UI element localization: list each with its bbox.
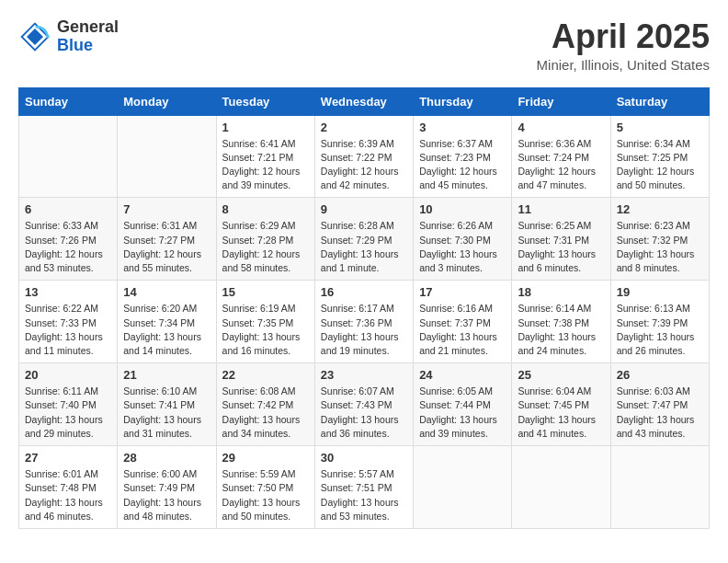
- day-number: 1: [222, 121, 309, 134]
- day-number: 8: [222, 202, 309, 216]
- calendar-cell: [19, 115, 118, 198]
- calendar-cell: 19Sunrise: 6:13 AM Sunset: 7:39 PM Dayli…: [610, 281, 709, 363]
- calendar-cell: 12Sunrise: 6:23 AM Sunset: 7:32 PM Dayli…: [610, 198, 709, 281]
- calendar-cell: 11Sunrise: 6:25 AM Sunset: 7:31 PM Dayli…: [512, 198, 610, 281]
- day-info: Sunrise: 6:22 AM Sunset: 7:33 PM Dayligh…: [25, 302, 111, 358]
- day-number: 13: [25, 285, 111, 299]
- day-number: 11: [518, 202, 604, 216]
- day-info: Sunrise: 6:16 AM Sunset: 7:37 PM Dayligh…: [419, 302, 506, 358]
- day-number: 28: [123, 451, 210, 465]
- location: Minier, Illinois, United States: [537, 57, 710, 73]
- day-info: Sunrise: 6:05 AM Sunset: 7:44 PM Dayligh…: [419, 385, 506, 441]
- calendar-week-4: 20Sunrise: 6:11 AM Sunset: 7:40 PM Dayli…: [19, 363, 710, 446]
- day-info: Sunrise: 6:31 AM Sunset: 7:27 PM Dayligh…: [123, 219, 210, 275]
- day-number: 27: [25, 451, 111, 465]
- calendar-cell: [118, 115, 216, 198]
- calendar-cell: 1Sunrise: 6:41 AM Sunset: 7:21 PM Daylig…: [216, 115, 314, 198]
- day-info: Sunrise: 6:26 AM Sunset: 7:30 PM Dayligh…: [419, 219, 506, 275]
- day-info: Sunrise: 6:20 AM Sunset: 7:34 PM Dayligh…: [123, 302, 210, 358]
- month-title: April 2025: [537, 18, 710, 55]
- logo: General Blue: [18, 18, 119, 55]
- calendar-cell: 16Sunrise: 6:17 AM Sunset: 7:36 PM Dayli…: [314, 281, 413, 363]
- day-info: Sunrise: 6:08 AM Sunset: 7:42 PM Dayligh…: [222, 385, 309, 441]
- calendar-cell: 23Sunrise: 6:07 AM Sunset: 7:43 PM Dayli…: [314, 363, 413, 446]
- calendar-cell: 30Sunrise: 5:57 AM Sunset: 7:51 PM Dayli…: [314, 446, 413, 529]
- calendar-cell: 26Sunrise: 6:03 AM Sunset: 7:47 PM Dayli…: [610, 363, 709, 446]
- day-info: Sunrise: 6:00 AM Sunset: 7:49 PM Dayligh…: [123, 467, 210, 523]
- calendar-cell: [414, 446, 512, 529]
- calendar-cell: 6Sunrise: 6:33 AM Sunset: 7:26 PM Daylig…: [19, 198, 118, 281]
- calendar-cell: 2Sunrise: 6:39 AM Sunset: 7:22 PM Daylig…: [314, 115, 413, 198]
- calendar-cell: 29Sunrise: 5:59 AM Sunset: 7:50 PM Dayli…: [216, 446, 314, 529]
- weekday-header-sunday: Sunday: [19, 87, 118, 115]
- calendar-cell: 21Sunrise: 6:10 AM Sunset: 7:41 PM Dayli…: [118, 363, 216, 446]
- calendar-cell: 14Sunrise: 6:20 AM Sunset: 7:34 PM Dayli…: [118, 281, 216, 363]
- day-info: Sunrise: 6:41 AM Sunset: 7:21 PM Dayligh…: [222, 137, 309, 193]
- day-number: 4: [518, 121, 604, 134]
- day-number: 5: [617, 121, 703, 134]
- day-info: Sunrise: 6:04 AM Sunset: 7:45 PM Dayligh…: [518, 385, 604, 441]
- day-number: 10: [419, 202, 506, 216]
- day-info: Sunrise: 6:19 AM Sunset: 7:35 PM Dayligh…: [222, 302, 309, 358]
- day-info: Sunrise: 6:28 AM Sunset: 7:29 PM Dayligh…: [321, 219, 407, 275]
- day-number: 26: [617, 368, 703, 382]
- calendar-table: SundayMondayTuesdayWednesdayThursdayFrid…: [18, 87, 710, 529]
- calendar-cell: 10Sunrise: 6:26 AM Sunset: 7:30 PM Dayli…: [414, 198, 512, 281]
- calendar-cell: 17Sunrise: 6:16 AM Sunset: 7:37 PM Dayli…: [414, 281, 512, 363]
- logo-icon: [18, 20, 51, 53]
- day-number: 29: [222, 451, 309, 465]
- weekday-header-saturday: Saturday: [610, 87, 709, 115]
- logo-blue: Blue: [57, 36, 93, 54]
- day-info: Sunrise: 6:37 AM Sunset: 7:23 PM Dayligh…: [419, 137, 506, 193]
- weekday-header-tuesday: Tuesday: [216, 87, 314, 115]
- calendar-week-5: 27Sunrise: 6:01 AM Sunset: 7:48 PM Dayli…: [19, 446, 710, 529]
- logo-general: General: [57, 17, 119, 36]
- calendar-cell: 18Sunrise: 6:14 AM Sunset: 7:38 PM Dayli…: [512, 281, 610, 363]
- day-info: Sunrise: 6:34 AM Sunset: 7:25 PM Dayligh…: [617, 137, 703, 193]
- calendar-cell: 7Sunrise: 6:31 AM Sunset: 7:27 PM Daylig…: [118, 198, 216, 281]
- calendar-body: 1Sunrise: 6:41 AM Sunset: 7:21 PM Daylig…: [19, 115, 710, 528]
- day-number: 15: [222, 285, 309, 299]
- calendar-cell: 9Sunrise: 6:28 AM Sunset: 7:29 PM Daylig…: [314, 198, 413, 281]
- day-info: Sunrise: 6:33 AM Sunset: 7:26 PM Dayligh…: [25, 219, 111, 275]
- day-number: 24: [419, 368, 506, 382]
- day-info: Sunrise: 6:39 AM Sunset: 7:22 PM Dayligh…: [321, 137, 407, 193]
- calendar-cell: 24Sunrise: 6:05 AM Sunset: 7:44 PM Dayli…: [414, 363, 512, 446]
- calendar-cell: 8Sunrise: 6:29 AM Sunset: 7:28 PM Daylig…: [216, 198, 314, 281]
- calendar-cell: [610, 446, 709, 529]
- calendar-cell: 25Sunrise: 6:04 AM Sunset: 7:45 PM Dayli…: [512, 363, 610, 446]
- day-number: 30: [321, 451, 407, 465]
- day-number: 14: [123, 285, 210, 299]
- day-info: Sunrise: 6:17 AM Sunset: 7:36 PM Dayligh…: [321, 302, 407, 358]
- calendar-cell: 4Sunrise: 6:36 AM Sunset: 7:24 PM Daylig…: [512, 115, 610, 198]
- calendar-cell: 27Sunrise: 6:01 AM Sunset: 7:48 PM Dayli…: [19, 446, 118, 529]
- day-info: Sunrise: 6:36 AM Sunset: 7:24 PM Dayligh…: [518, 137, 604, 193]
- calendar-week-3: 13Sunrise: 6:22 AM Sunset: 7:33 PM Dayli…: [19, 281, 710, 363]
- day-info: Sunrise: 5:59 AM Sunset: 7:50 PM Dayligh…: [222, 467, 309, 523]
- day-info: Sunrise: 6:14 AM Sunset: 7:38 PM Dayligh…: [518, 302, 604, 358]
- day-info: Sunrise: 5:57 AM Sunset: 7:51 PM Dayligh…: [321, 467, 407, 523]
- day-number: 17: [419, 285, 506, 299]
- calendar-cell: 3Sunrise: 6:37 AM Sunset: 7:23 PM Daylig…: [414, 115, 512, 198]
- day-info: Sunrise: 6:23 AM Sunset: 7:32 PM Dayligh…: [617, 219, 703, 275]
- day-info: Sunrise: 6:11 AM Sunset: 7:40 PM Dayligh…: [25, 385, 111, 441]
- day-number: 20: [25, 368, 111, 382]
- day-number: 9: [321, 202, 407, 216]
- calendar-header: SundayMondayTuesdayWednesdayThursdayFrid…: [19, 87, 710, 115]
- day-info: Sunrise: 6:03 AM Sunset: 7:47 PM Dayligh…: [617, 385, 703, 441]
- weekday-header-monday: Monday: [118, 87, 216, 115]
- svg-marker-1: [27, 29, 43, 45]
- day-info: Sunrise: 6:25 AM Sunset: 7:31 PM Dayligh…: [518, 219, 604, 275]
- title-block: April 2025 Minier, Illinois, United Stat…: [537, 18, 710, 73]
- weekday-header-row: SundayMondayTuesdayWednesdayThursdayFrid…: [19, 87, 710, 115]
- weekday-header-wednesday: Wednesday: [314, 87, 413, 115]
- calendar-cell: 15Sunrise: 6:19 AM Sunset: 7:35 PM Dayli…: [216, 281, 314, 363]
- day-number: 12: [617, 202, 703, 216]
- day-number: 23: [321, 368, 407, 382]
- day-info: Sunrise: 6:07 AM Sunset: 7:43 PM Dayligh…: [321, 385, 407, 441]
- page-header: General Blue April 2025 Minier, Illinois…: [18, 18, 710, 73]
- calendar-cell: 13Sunrise: 6:22 AM Sunset: 7:33 PM Dayli…: [19, 281, 118, 363]
- calendar-cell: 20Sunrise: 6:11 AM Sunset: 7:40 PM Dayli…: [19, 363, 118, 446]
- logo-text: General Blue: [57, 18, 119, 55]
- calendar-week-2: 6Sunrise: 6:33 AM Sunset: 7:26 PM Daylig…: [19, 198, 710, 281]
